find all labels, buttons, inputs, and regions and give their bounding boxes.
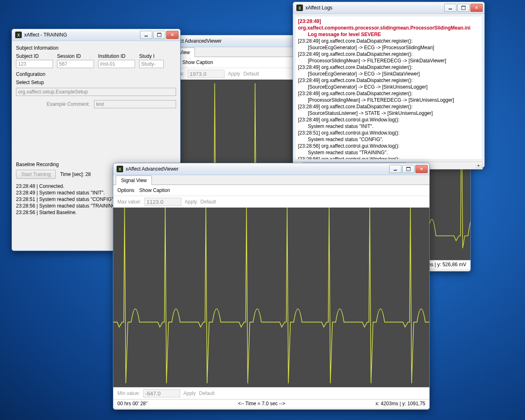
- advanced-viewer-2-window: x xAffect AdvancedViewer Signal View Opt…: [113, 163, 430, 410]
- show-caption-menu[interactable]: Show Caption: [182, 59, 213, 65]
- max-value-input[interactable]: [188, 70, 225, 78]
- select-setup-label: Select Setup: [16, 80, 176, 85]
- session-id-label: Session ID: [57, 53, 94, 59]
- close-button[interactable]: [166, 31, 179, 39]
- viewer2-minbar: Min value: Apply Default: [113, 387, 429, 399]
- subject-id-input[interactable]: [16, 60, 53, 68]
- time-label: Time [sec]: 28: [60, 171, 91, 177]
- app-icon: x: [15, 32, 22, 38]
- apply-link[interactable]: Apply: [185, 199, 197, 205]
- logs-title: xAffect Logs: [305, 5, 443, 11]
- session-id-input[interactable]: [57, 60, 94, 68]
- status-right: x: 4203ms | y: 1091,75: [376, 401, 425, 406]
- apply-link[interactable]: Apply: [228, 71, 240, 77]
- default-link[interactable]: Default: [199, 390, 215, 396]
- scroll-right-icon[interactable]: ►: [475, 162, 482, 169]
- configuration-label: Configuration: [16, 71, 176, 77]
- max-value-label: Max value:: [117, 199, 141, 205]
- viewer2-maxbar: Max value: Apply Default: [113, 196, 429, 208]
- training-titlebar[interactable]: x xAffect - TRAINING: [12, 29, 180, 41]
- options-menu[interactable]: Options: [117, 187, 134, 193]
- study-id-input[interactable]: [139, 60, 164, 68]
- minimize-button[interactable]: [140, 31, 152, 39]
- close-button[interactable]: [470, 4, 483, 12]
- minimize-button[interactable]: [444, 4, 456, 12]
- viewer2-toolbar: Options Show Caption: [113, 185, 429, 196]
- close-button[interactable]: [415, 165, 428, 173]
- viewer2-plot[interactable]: [113, 208, 429, 387]
- logs-window: x xAffect Logs [23:28:49] org.xaffect.co…: [293, 2, 485, 168]
- show-caption-menu[interactable]: Show Caption: [139, 187, 170, 193]
- app-icon: x: [117, 166, 123, 172]
- viewer2-title: xAffect AdvancedViewer: [126, 166, 388, 172]
- minimize-button[interactable]: [389, 165, 401, 173]
- status-center: <-- Time = 7.0 sec -->: [238, 401, 285, 406]
- subject-info-label: Subject Information: [16, 45, 176, 51]
- viewer2-tabbar: Signal View: [113, 175, 429, 185]
- viewer2-titlebar[interactable]: x xAffect AdvancedViewer: [113, 163, 429, 175]
- training-title: xAffect - TRAINING: [24, 32, 139, 38]
- subject-id-label: Subject ID: [16, 53, 53, 59]
- maximize-button[interactable]: [153, 31, 165, 39]
- select-setup-input[interactable]: [16, 88, 176, 96]
- default-link[interactable]: Default: [200, 199, 216, 205]
- maximize-button[interactable]: [402, 165, 415, 173]
- maximize-button[interactable]: [457, 4, 470, 12]
- logs-body[interactable]: [23:28:49] org.xaffect.components.proces…: [295, 16, 483, 160]
- min-value-input[interactable]: [143, 389, 180, 397]
- tab-signal-view[interactable]: Signal View: [116, 176, 152, 185]
- institution-id-label: Institution ID: [98, 53, 135, 59]
- default-link[interactable]: Default: [243, 71, 259, 77]
- viewer1-status-right: ms | y: 526,86 mV: [427, 262, 467, 267]
- start-training-button[interactable]: Start Training: [16, 170, 56, 179]
- institution-id-input[interactable]: [98, 60, 135, 68]
- example-comment-input[interactable]: [94, 100, 176, 108]
- viewer2-statusbar: 00 hrs 00' 28'' <-- Time = 7.0 sec --> x…: [113, 399, 429, 408]
- apply-link[interactable]: Apply: [183, 390, 196, 396]
- study-id-label: Study I: [139, 53, 164, 59]
- app-icon: x: [296, 5, 303, 11]
- max-value-input[interactable]: [144, 198, 181, 206]
- logs-titlebar[interactable]: x xAffect Logs: [293, 2, 484, 14]
- status-left: 00 hrs 00' 28'': [117, 401, 148, 406]
- example-comment-label: Example Comment:: [16, 101, 90, 107]
- min-value-label: Min value:: [117, 390, 140, 396]
